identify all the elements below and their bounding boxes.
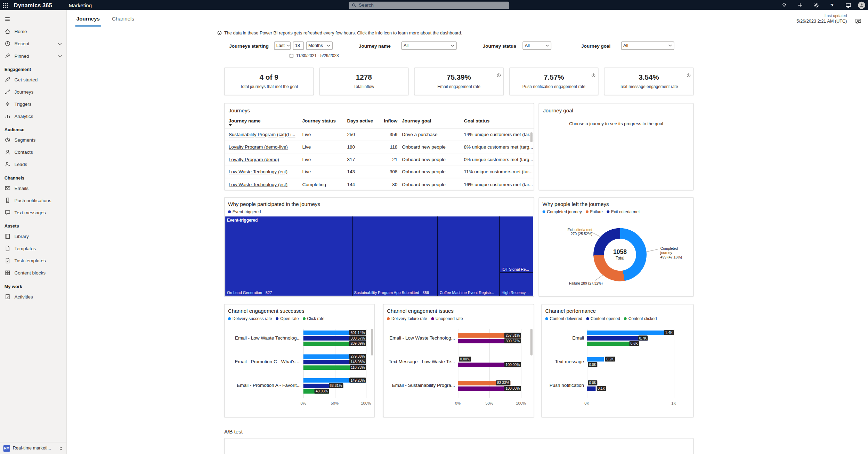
chart-legend: Delivery success rateOpen rateClick rate <box>228 316 371 321</box>
area-switch-icon[interactable] <box>59 445 63 451</box>
chevron-down-icon[interactable] <box>58 42 62 45</box>
app-launcher-waffle-icon[interactable] <box>0 0 10 10</box>
sidebar-section-channels: Channels <box>0 170 66 182</box>
kpi-row: 4 of 9 Total journeys that met the goal … <box>224 67 693 95</box>
search-icon <box>351 2 356 7</box>
legend-label: Delivery success rate <box>233 316 272 321</box>
column-header-inflow[interactable]: Inflow <box>378 116 402 124</box>
journey-name-dropdown[interactable]: All <box>401 41 457 50</box>
legend-item[interactable]: Click rate <box>303 316 325 321</box>
legend-item[interactable]: Content opened <box>586 316 620 321</box>
journey-link[interactable]: Loyalty Program (demo-live) <box>229 144 300 150</box>
last-updated-label: Last updated <box>796 14 847 18</box>
treemap-cell[interactable]: Sustainability Program App Submitted - 3… <box>352 216 438 296</box>
journey-link[interactable]: Loyalty Program (demo) <box>229 157 300 162</box>
bar[interactable] <box>587 330 674 335</box>
bar-value-label: 601.14% <box>349 330 366 335</box>
table-scrollbar[interactable] <box>530 132 533 142</box>
legend-item[interactable]: Unopened rate <box>431 316 463 321</box>
sidebar-item-activities[interactable]: Activities <box>0 291 66 303</box>
legend-item[interactable]: Delivery failure rate <box>387 316 427 321</box>
treemap-cell[interactable]: Coffee Machine Event Registr... <box>438 216 500 296</box>
sidebar-item-get-started[interactable]: Get started <box>0 74 66 86</box>
journey-link[interactable]: Low Waste Technology (ect) <box>229 182 300 187</box>
performance-bar-chart: Email1.4K0.7K0.6KText message0.2K0.0KPus… <box>545 329 690 407</box>
sidebar-item-leads[interactable]: Leads <box>0 158 66 170</box>
legend-label: Event-triggered <box>233 209 261 214</box>
gear-icon[interactable] <box>813 2 819 8</box>
treemap-cell[interactable]: IOT Signal Re... <box>500 216 533 273</box>
column-header-journey-status[interactable]: Journey status <box>302 116 347 124</box>
legend-item[interactable]: Content clicked <box>624 316 657 321</box>
treemap-cell[interactable]: High Recency... <box>500 273 533 296</box>
journey-goal-dropdown[interactable]: All <box>621 41 674 50</box>
sidebar-item-label: Activities <box>14 294 33 300</box>
sidebar-item-text-messages[interactable]: Text messages <box>0 207 66 219</box>
sidebar-item-home[interactable]: Home <box>0 25 66 38</box>
bar[interactable] <box>587 387 595 391</box>
tab-channels[interactable]: Channels <box>111 16 135 27</box>
legend-item[interactable]: Content delivered <box>545 316 582 321</box>
user-avatar[interactable] <box>858 1 865 9</box>
screen-share-icon[interactable] <box>845 2 851 8</box>
book-icon <box>5 233 11 240</box>
app-title[interactable]: Dynamics 365 <box>14 2 52 8</box>
sidebar-item-segments[interactable]: Segments <box>0 134 66 146</box>
tab-journeys[interactable]: Journeys <box>75 16 101 27</box>
area-switcher[interactable]: RM Real-time marketi... <box>0 442 66 454</box>
sidebar-item-emails[interactable]: Emails <box>0 182 66 194</box>
journey-status-label: Journey status <box>483 43 516 49</box>
info-icon[interactable] <box>687 70 691 74</box>
sort-descending-icon[interactable] <box>229 124 232 126</box>
column-header-journey-name[interactable]: Journey name <box>229 116 302 126</box>
legend-item[interactable]: Failure <box>586 209 603 214</box>
journey-link[interactable]: Low Waste Technology (ect) <box>229 169 300 175</box>
info-icon[interactable] <box>591 70 596 74</box>
chart-scrollbar[interactable] <box>530 329 533 355</box>
sidebar-item-templates[interactable]: Templates <box>0 242 66 255</box>
sidebar-item-contacts[interactable]: Contacts <box>0 146 66 158</box>
info-icon[interactable] <box>217 31 222 35</box>
file-check-icon <box>5 257 11 264</box>
cell-goal-status: 11% unique customers met (tar... <box>464 169 534 175</box>
window-dropdown[interactable]: Last <box>274 41 291 50</box>
journey-status-dropdown[interactable]: All <box>522 41 551 50</box>
sidebar-item-push-notifications[interactable]: Push notifications <box>0 194 66 207</box>
column-header-days-active[interactable]: Days active <box>347 116 378 124</box>
journey-link[interactable]: Sustainability Program (cxt)(Li... <box>229 132 300 137</box>
date-range: 11/30/2021 - 5/29/2023 <box>289 53 339 58</box>
legend-item[interactable]: Exit criteria met <box>607 209 640 214</box>
ab-test-card <box>224 438 693 454</box>
search-input[interactable] <box>359 2 506 8</box>
sidebar-item-analytics[interactable]: Analytics <box>0 110 66 122</box>
sidebar-item-library[interactable]: Library <box>0 230 66 242</box>
sidebar-item-pinned[interactable]: Pinned <box>0 50 66 62</box>
chevron-down-icon[interactable] <box>58 55 62 57</box>
chart-scrollbar[interactable] <box>371 329 373 355</box>
feedback-icon[interactable] <box>855 17 862 25</box>
sidebar-item-recent[interactable]: Recent <box>0 38 66 50</box>
calendar-icon <box>289 53 294 58</box>
sidebar-item-task-templates[interactable]: Task templates <box>0 255 66 267</box>
lightbulb-icon[interactable] <box>780 2 787 8</box>
bar-value-label: 257.81% <box>504 333 521 337</box>
legend-item[interactable]: Open rate <box>276 316 299 321</box>
donut-area: 1058 Total Exit criteria met 270 (25.52%… <box>543 215 690 296</box>
legend-item[interactable]: Event-triggered <box>228 209 261 214</box>
treemap-cell[interactable]: On Lead Generation - 527 <box>225 216 352 296</box>
sidebar-item-triggers[interactable]: Triggers <box>0 98 66 110</box>
legend-item[interactable]: Delivery success rate <box>228 316 272 321</box>
unit-dropdown[interactable]: Months <box>306 41 333 50</box>
months-count-input[interactable] <box>293 41 304 50</box>
hamburger-menu-icon[interactable] <box>0 12 66 25</box>
help-icon[interactable]: ? <box>829 2 835 8</box>
info-icon[interactable] <box>496 70 501 74</box>
sidebar-item-journeys[interactable]: Journeys <box>0 86 66 98</box>
legend-item[interactable]: Completed journey <box>543 209 582 214</box>
sidebar-item-content-blocks[interactable]: Content blocks <box>0 267 66 279</box>
column-header-journey-goal[interactable]: Journey goal <box>402 116 464 124</box>
column-header-goal-status[interactable]: Goal status <box>464 116 534 124</box>
global-search[interactable] <box>349 1 509 9</box>
plus-icon[interactable] <box>797 2 803 8</box>
bar[interactable] <box>587 357 604 361</box>
